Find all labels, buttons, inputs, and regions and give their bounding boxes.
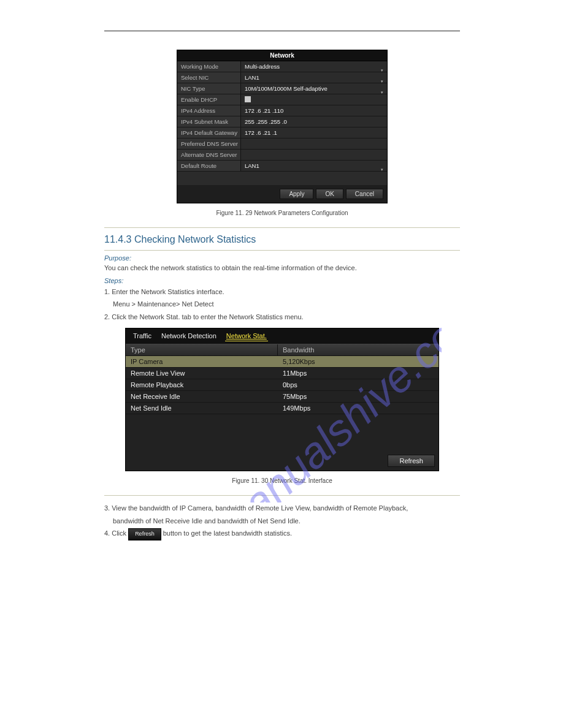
tab-network-detection[interactable]: Network Detection	[160, 331, 218, 341]
network-dialog: Network Working Mode Multi-address▾ Sele…	[177, 50, 388, 203]
step-3-line1: 3. View the bandwidth of IP Camera, band…	[104, 503, 460, 514]
value-nic-type[interactable]: 10M/100M/1000M Self-adaptive▾	[241, 83, 387, 94]
value-enable-dhcp[interactable]	[241, 94, 387, 105]
figure-caption-1: Figure 11. 29 Network Parameters Configu…	[104, 210, 460, 216]
cell-bandwidth: 5,120Kbps	[278, 356, 439, 367]
row-ipv4-gateway: IPv4 Default Gateway 172 .6 .21 .1	[177, 127, 387, 138]
cell-bandwidth: 149Mbps	[278, 403, 439, 414]
label-pref-dns: Preferred DNS Server	[177, 138, 241, 149]
cell-type: Remote Live View	[126, 368, 278, 379]
label-ipv4-address: IPv4 Address	[177, 105, 241, 116]
network-stat-panel: Traffic Network Detection Network Stat. …	[125, 328, 439, 471]
purpose-label: Purpose:	[104, 254, 460, 262]
step-3-line2: bandwidth of Net Receive Idle and bandwi…	[104, 516, 460, 526]
row-working-mode: Working Mode Multi-address▾	[177, 61, 387, 72]
table-row[interactable]: Net Receive Idle 75Mbps	[126, 391, 439, 403]
dialog-title: Network	[177, 50, 387, 61]
row-nic-type: NIC Type 10M/100M/1000M Self-adaptive▾	[177, 83, 387, 94]
row-alt-dns: Alternate DNS Server	[177, 150, 387, 161]
value-ipv4-address[interactable]: 172 .6 .21 .110	[241, 105, 387, 116]
ok-button[interactable]: OK	[316, 189, 343, 199]
step-4-pre: 4. Click	[104, 529, 128, 537]
value-working-mode[interactable]: Multi-address▾	[241, 61, 387, 72]
step-4-post: button to get the latest bandwidth stati…	[163, 529, 292, 537]
table-row[interactable]: IP Camera 5,120Kbps	[126, 356, 439, 368]
figure-caption-2: Figure 11. 30 Network Stat. Interface	[104, 477, 460, 484]
cell-bandwidth: 75Mbps	[278, 391, 439, 402]
tab-network-stat[interactable]: Network Stat.	[225, 331, 268, 341]
chevron-down-icon: ▾	[381, 164, 383, 175]
stat-tabs: Traffic Network Detection Network Stat.	[126, 328, 439, 344]
value-ipv4-mask[interactable]: 255 .255 .255 .0	[241, 116, 387, 127]
dialog-button-bar: Apply OK Cancel	[177, 185, 387, 203]
stat-table-header: Type Bandwidth	[126, 344, 439, 356]
label-working-mode: Working Mode	[177, 61, 241, 72]
row-default-route: Default Route LAN1▾	[177, 161, 387, 172]
apply-button[interactable]: Apply	[280, 189, 313, 199]
refresh-button[interactable]: Refresh	[388, 455, 435, 467]
cell-type: IP Camera	[126, 356, 278, 367]
label-alt-dns: Alternate DNS Server	[177, 150, 241, 160]
label-select-nic: Select NIC	[177, 72, 241, 83]
value-ipv4-gateway[interactable]: 172 .6 .21 .1	[241, 127, 387, 138]
label-ipv4-mask: IPv4 Subnet Mask	[177, 116, 241, 127]
row-select-nic: Select NIC LAN1▾	[177, 72, 387, 83]
label-ipv4-gateway: IPv4 Default Gateway	[177, 127, 241, 138]
section-rule-under-heading	[104, 250, 460, 251]
value-default-route[interactable]: LAN1▾	[241, 161, 387, 171]
label-nic-type: NIC Type	[177, 83, 241, 94]
cancel-button[interactable]: Cancel	[346, 189, 383, 199]
purpose-text: You can check the network statistics to …	[104, 263, 460, 273]
stat-button-bar: Refresh	[126, 451, 439, 471]
cell-bandwidth: 11Mbps	[278, 368, 439, 379]
stat-spacer	[126, 414, 439, 451]
row-ipv4-address: IPv4 Address 172 .6 .21 .110	[177, 105, 387, 116]
section-heading: 11.4.3 Checking Network Statistics	[104, 234, 460, 245]
cell-type: Remote Playback	[126, 379, 278, 390]
dialog-spacer	[177, 172, 387, 185]
cell-type: Net Receive Idle	[126, 391, 278, 402]
step-1: 1. Enter the Network Statistics interfac…	[104, 287, 460, 297]
table-row[interactable]: Remote Playback 0bps	[126, 379, 439, 391]
step-4: 4. Click Refresh button to get the lates…	[104, 528, 460, 540]
value-select-nic[interactable]: LAN1▾	[241, 72, 387, 83]
value-pref-dns[interactable]	[241, 138, 387, 149]
label-enable-dhcp: Enable DHCP	[177, 94, 241, 105]
col-type: Type	[126, 344, 278, 355]
page-top-rule	[104, 31, 460, 31]
tab-traffic[interactable]: Traffic	[132, 331, 153, 341]
steps-label: Steps:	[104, 277, 460, 284]
table-row[interactable]: Net Send Idle 149Mbps	[126, 403, 439, 414]
col-bandwidth: Bandwidth	[278, 344, 439, 355]
row-enable-dhcp: Enable DHCP	[177, 94, 387, 105]
checkbox-icon[interactable]	[245, 96, 251, 102]
label-default-route: Default Route	[177, 161, 241, 171]
cell-bandwidth: 0bps	[278, 379, 439, 390]
menu-path: Menu > Maintenance> Net Detect	[104, 299, 460, 309]
value-alt-dns[interactable]	[241, 150, 387, 160]
cell-type: Net Send Idle	[126, 403, 278, 414]
row-pref-dns: Preferred DNS Server	[177, 138, 387, 150]
refresh-button-inline[interactable]: Refresh	[128, 528, 161, 540]
step-2: 2. Click the Network Stat. tab to enter …	[104, 312, 460, 322]
table-row[interactable]: Remote Live View 11Mbps	[126, 368, 439, 379]
row-ipv4-mask: IPv4 Subnet Mask 255 .255 .255 .0	[177, 116, 387, 127]
